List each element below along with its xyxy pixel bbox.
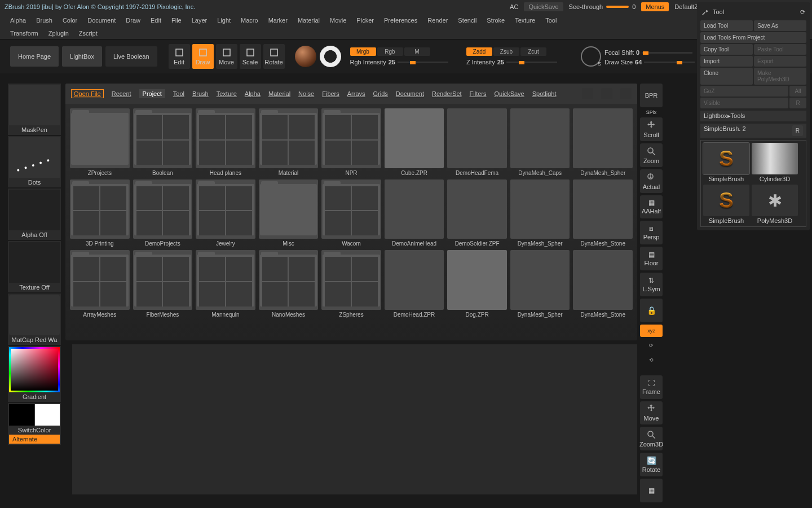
menu-alpha[interactable]: Alpha	[10, 17, 26, 24]
lightbox-item[interactable]: DemoHead.ZPR	[385, 250, 444, 318]
texture-swatch[interactable]: Texture Off	[8, 241, 61, 292]
mode-draw[interactable]: Draw	[192, 44, 214, 69]
quicksave-button[interactable]: QuickSave	[524, 2, 563, 11]
tool-btn-save-as[interactable]: Save As	[754, 20, 806, 31]
tab-project[interactable]: Project	[139, 89, 165, 98]
pill-zadd[interactable]: Zadd	[466, 47, 492, 56]
move-button[interactable]: Move	[640, 401, 663, 425]
pill-mrgb[interactable]: Mrgb	[350, 47, 376, 56]
aahalf-button[interactable]: ▦AAHalf	[640, 195, 663, 219]
tool-btn-export[interactable]: Export	[754, 56, 806, 67]
xyz-button[interactable]: xyz	[640, 325, 663, 337]
tab-fibers[interactable]: Fibers	[322, 90, 339, 97]
lightbox-item[interactable]: Material	[259, 108, 319, 176]
lightbox-item[interactable]: Head planes	[196, 108, 255, 176]
lightbox-item[interactable]: NPR	[321, 108, 381, 176]
tool-btn-clone[interactable]: Clone	[700, 68, 753, 85]
tool-btn-paste-tool[interactable]: Paste Tool	[754, 44, 806, 55]
actual-button[interactable]: 1Actual	[640, 169, 663, 193]
menu-picker[interactable]: Picker	[356, 17, 374, 24]
tool-thumb-polymesh3d[interactable]: ✱PolyMesh3D	[752, 185, 798, 224]
lightbox-item[interactable]: Jewelry	[196, 179, 255, 247]
tool-btn-make-polymesh3d[interactable]: Make PolyMesh3D	[754, 68, 806, 85]
lightbox-item[interactable]: DemoProjects	[133, 179, 193, 247]
focal-shift-slider[interactable]	[642, 52, 692, 54]
tab-brush[interactable]: Brush	[192, 90, 209, 97]
menu-stencil[interactable]: Stencil	[458, 17, 476, 24]
lock-button[interactable]: 🔒	[640, 299, 663, 322]
menu-tool[interactable]: Tool	[545, 17, 557, 24]
y-rot-icon[interactable]: ⟳	[640, 339, 663, 352]
scroll-button[interactable]: Scroll	[640, 117, 663, 141]
lightbox-item[interactable]: ZProjects	[70, 108, 130, 176]
tool-btn-load-tools-from-project[interactable]: Load Tools From Project	[700, 32, 806, 43]
bpr-button[interactable]: BPR	[640, 84, 663, 107]
tab-material[interactable]: Material	[268, 90, 290, 97]
menu-texture[interactable]: Texture	[515, 17, 535, 24]
tab-filters[interactable]: Filters	[470, 90, 487, 97]
lightbox-item[interactable]: DynaMesh_Spher	[510, 250, 570, 318]
rotate-button[interactable]: 🔄Rotate	[640, 453, 663, 476]
menu-render[interactable]: Render	[427, 17, 448, 24]
tool-panel-header[interactable]: Tool ⟳	[700, 6, 806, 20]
mode-rotate[interactable]: Rotate	[263, 44, 285, 69]
color-picker[interactable]: Gradient	[8, 346, 61, 402]
nav-up-icon[interactable]	[620, 88, 632, 99]
home-page-button[interactable]: Home Page	[10, 46, 59, 67]
lightbox-item[interactable]: ZSpheres	[321, 250, 381, 318]
live-boolean-button[interactable]: Live Boolean	[105, 46, 157, 67]
material-preview-icon[interactable]	[295, 46, 316, 67]
draw-size-slider[interactable]	[644, 62, 695, 63]
floor-button[interactable]: ▤Floor	[640, 247, 663, 270]
tab-noise[interactable]: Noise	[298, 90, 314, 97]
menu-material[interactable]: Material	[298, 17, 320, 24]
menu-macro[interactable]: Macro	[241, 17, 258, 24]
z-intensity-slider[interactable]	[506, 62, 557, 63]
grid-snap-button[interactable]: ▦	[640, 479, 663, 502]
nav-prev-icon[interactable]	[582, 88, 593, 99]
lightbox-item[interactable]: Wacom	[321, 179, 381, 247]
frame-button[interactable]: ⛶Frame	[640, 375, 663, 399]
tab-recent[interactable]: Recent	[112, 90, 131, 97]
zoom-button[interactable]: Zoom	[640, 143, 663, 167]
pill-rgb[interactable]: Rgb	[377, 47, 403, 56]
lightbox-item[interactable]: DynaMesh_Spher	[510, 179, 570, 247]
tool-thumb-cylinder3d[interactable]: Cylinder3D	[752, 143, 798, 182]
lightbox-item[interactable]: Cube.ZPR	[385, 108, 444, 176]
pill-m[interactable]: M	[404, 47, 430, 56]
menu-movie[interactable]: Movie	[330, 17, 346, 24]
nav-next-icon[interactable]	[601, 88, 612, 99]
see-through-slider[interactable]: See-through 0	[569, 3, 636, 10]
menu-color[interactable]: Color	[63, 17, 77, 24]
alternate-button[interactable]: Alternate	[9, 435, 60, 444]
tab-arrays[interactable]: Arrays	[347, 90, 365, 97]
flat-shade-icon[interactable]	[320, 46, 341, 67]
lightbox-item[interactable]: DynaMesh_Stone	[573, 250, 633, 318]
menu-draw[interactable]: Draw	[126, 17, 140, 24]
pill-zsub[interactable]: Zsub	[493, 47, 519, 56]
menu-brush[interactable]: Brush	[36, 17, 52, 24]
tool-btn-all[interactable]: All	[789, 86, 806, 97]
tab-spotlight[interactable]: Spotlight	[532, 90, 557, 97]
viewport-canvas[interactable]	[72, 344, 637, 494]
tool-btn-import[interactable]: Import	[700, 56, 753, 67]
z-rot-icon[interactable]: ⟲	[640, 354, 663, 366]
menu-file[interactable]: File	[171, 17, 182, 24]
tab-renderset[interactable]: RenderSet	[432, 90, 462, 97]
menu-document[interactable]: Document	[87, 17, 116, 24]
tool-btn-goz[interactable]: GoZ	[700, 86, 788, 97]
menu-transform[interactable]: Transform	[10, 30, 38, 37]
lightbox-item[interactable]: 3D Printing	[70, 179, 130, 247]
lightbox-item[interactable]: NanoMeshes	[259, 250, 319, 318]
tool-breadcrumb[interactable]: Lightbox▸Tools	[700, 111, 806, 121]
tool-btn-copy-tool[interactable]: Copy Tool	[700, 44, 753, 55]
mode-scale[interactable]: Scale	[240, 44, 261, 69]
refresh-icon[interactable]: ⟳	[800, 8, 805, 16]
gyro-icon[interactable]	[581, 46, 601, 67]
lightbox-item[interactable]: Misc	[259, 179, 319, 247]
lightbox-item[interactable]: DemoHeadFema	[447, 108, 507, 176]
local-sym-button[interactable]: ⇅L.Sym	[640, 273, 663, 296]
lightbox-item[interactable]: DynaMesh_Caps	[510, 108, 570, 176]
menu-preferences[interactable]: Preferences	[384, 17, 417, 24]
lightbox-item[interactable]: DynaMesh_Stone	[573, 179, 633, 247]
